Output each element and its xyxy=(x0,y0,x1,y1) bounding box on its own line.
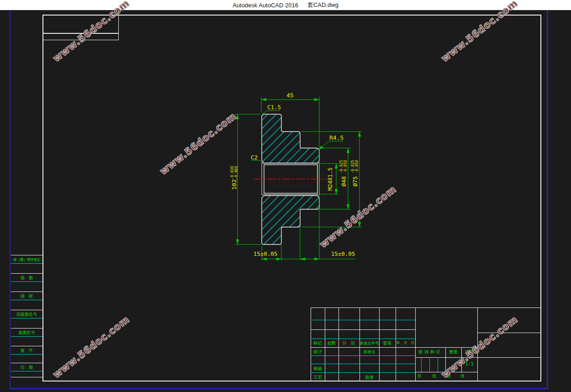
autocad-window: Autodesk AutoCAD 2016 套CAD.dwg 借（通）用件登记 … xyxy=(0,0,571,392)
standardization-label: 标准化 xyxy=(360,349,379,355)
header-count: 处数 xyxy=(325,340,338,346)
paper-border-bottom xyxy=(10,388,548,389)
approver-label: 批准 xyxy=(360,375,379,380)
sheet-total-label: 共 xyxy=(416,373,423,379)
window-titlebar: Autodesk AutoCAD 2016 套CAD.dwg xyxy=(0,0,571,11)
sidebar-field-old-master-no: 旧底图总号 xyxy=(11,310,42,328)
header-change-doc-no: 更改文件号 xyxy=(360,340,379,346)
designer-label: 设计 xyxy=(311,349,325,355)
sidebar-field-tracing: 描 图 xyxy=(11,273,42,291)
sheet-unit1-label: 张 xyxy=(431,373,438,379)
app-title: Autodesk AutoCAD 2016 xyxy=(233,2,298,9)
header-signature: 签名 xyxy=(379,340,396,346)
header-mark: 标记 xyxy=(311,340,325,346)
paper-border-right xyxy=(547,10,548,389)
checker-label: 审核 xyxy=(311,366,325,371)
sidebar-field-trace-check: 描 校 xyxy=(11,291,42,309)
file-name: 套CAD.dwg xyxy=(307,1,338,9)
sidebar-field-date: 日 期 xyxy=(11,363,42,376)
stage-mark-label: 阶段标记 xyxy=(415,349,445,355)
header-date: 年、月、日 xyxy=(396,340,415,346)
process-label: 工艺 xyxy=(311,375,325,380)
sidebar-field-borrowed-parts: 借（通）用件登记 xyxy=(11,255,42,273)
sidebar-field-master-no: 底图总号 xyxy=(11,328,42,345)
sidebar-bottom-line xyxy=(11,377,42,377)
weight-label: 重量 xyxy=(445,349,461,355)
sidebar-field-signature: 签 字 xyxy=(11,346,42,362)
sheet-unit2-label: 张 xyxy=(460,373,466,379)
paper-border-left xyxy=(10,10,11,389)
header-zone: 分 区 xyxy=(338,340,360,346)
